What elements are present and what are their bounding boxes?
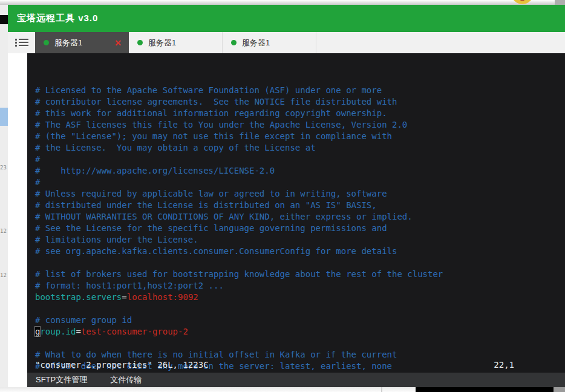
file-transfer-button[interactable]: 文件传输 [103, 374, 149, 385]
server-tab-2[interactable]: 服务器1 [129, 32, 223, 53]
screen: 231212 宝塔远程工具 v3.0 服务器1✕服务器1服务器1 # Licen… [0, 0, 565, 392]
background-window-fragment [0, 15, 8, 24]
tab-label: 服务器1 [148, 38, 216, 48]
background-window-stripe: 231212 [0, 5, 8, 387]
terminal-line: # consumer group id [35, 315, 565, 326]
tab-label: 服务器1 [242, 38, 310, 48]
tab-bar-tabs: 服务器1✕服务器1服务器1 [35, 32, 316, 53]
background-scrollbar-thumb [555, 0, 565, 5]
app-title: 宝塔远程工具 v3.0 [8, 13, 98, 24]
terminal-line: # [35, 154, 565, 165]
tab-label: 服务器1 [54, 38, 113, 48]
terminal-line: # (the "License"); you may not use this … [35, 131, 565, 142]
title-bar: 宝塔远程工具 v3.0 [8, 5, 565, 32]
terminal-line: # the License. You may obtain a copy of … [35, 142, 565, 154]
terminal-buffer: # Licensed to the Apache Software Founda… [35, 85, 565, 373]
terminal-line: # format: host1:port1,host2:port2 ... [35, 280, 565, 292]
terminal-line: # See the License for the specific langu… [35, 223, 565, 234]
terminal-line [35, 303, 565, 315]
terminal-line: # Licensed to the Apache Software Founda… [35, 85, 565, 96]
terminal-line: # list of brokers used for bootstrapping… [35, 269, 565, 280]
background-text-fragment: 12 [0, 228, 8, 234]
terminal-line: # see org.apache.kafka.clients.consumer.… [35, 246, 565, 257]
bottom-bar: SFTP文件管理文件传输 [27, 373, 565, 387]
server-tab-3[interactable]: 服务器1 [223, 32, 316, 53]
background-top-strip [0, 0, 565, 5]
terminal-line: # this work for additional information r… [35, 108, 565, 119]
background-emblem-icon [511, 0, 534, 4]
terminal-line: # http://www.apache.org/licenses/LICENSE… [35, 165, 565, 177]
terminal-line: # The ASF licenses this file to You unde… [35, 119, 565, 131]
background-text-fragment: 23 [0, 165, 8, 171]
terminal-line: # [35, 177, 565, 188]
terminal-line: # contributor license agreements. See th… [35, 96, 565, 108]
terminal-line: # Unless required by applicable law or a… [35, 188, 565, 200]
terminal-line [35, 257, 565, 269]
connection-status-dot [231, 40, 237, 45]
connection-status-dot [137, 40, 143, 45]
sftp-file-manager-button[interactable]: SFTP文件管理 [28, 374, 94, 385]
session-list-button[interactable] [8, 32, 35, 53]
server-tab-1[interactable]: 服务器1✕ [35, 32, 129, 53]
terminal[interactable]: # Licensed to the Apache Software Founda… [27, 53, 565, 373]
background-taskbar-fragment [416, 387, 554, 392]
vim-cursor-ruler: 22,1 [494, 359, 514, 371]
background-taskbar-end [554, 387, 565, 392]
vim-file-status: "consumer-2.properties" 26L, 1223C [35, 359, 209, 371]
terminal-line: # limitations under the License. [35, 234, 565, 246]
connection-status-dot [44, 40, 49, 45]
tab-close-icon[interactable]: ✕ [113, 39, 123, 47]
terminal-line: # WITHOUT WARRANTIES OR CONDITIONS OF AN… [35, 211, 565, 223]
left-sidebar [8, 53, 27, 387]
app-window: 宝塔远程工具 v3.0 服务器1✕服务器1服务器1 # Licensed to … [8, 5, 565, 387]
terminal-line [35, 338, 565, 349]
terminal-line: # distributed under the License is distr… [35, 200, 565, 211]
tab-bar: 服务器1✕服务器1服务器1 [8, 32, 565, 53]
background-selection-fragment [0, 108, 8, 126]
terminal-line: group.id=test-consumer-group-2 [35, 326, 565, 338]
background-text-fragment: 12 [0, 272, 8, 278]
terminal-line: bootstrap.servers=localhost:9092 [35, 292, 565, 303]
background-divider [381, 387, 382, 392]
list-icon [15, 38, 28, 48]
